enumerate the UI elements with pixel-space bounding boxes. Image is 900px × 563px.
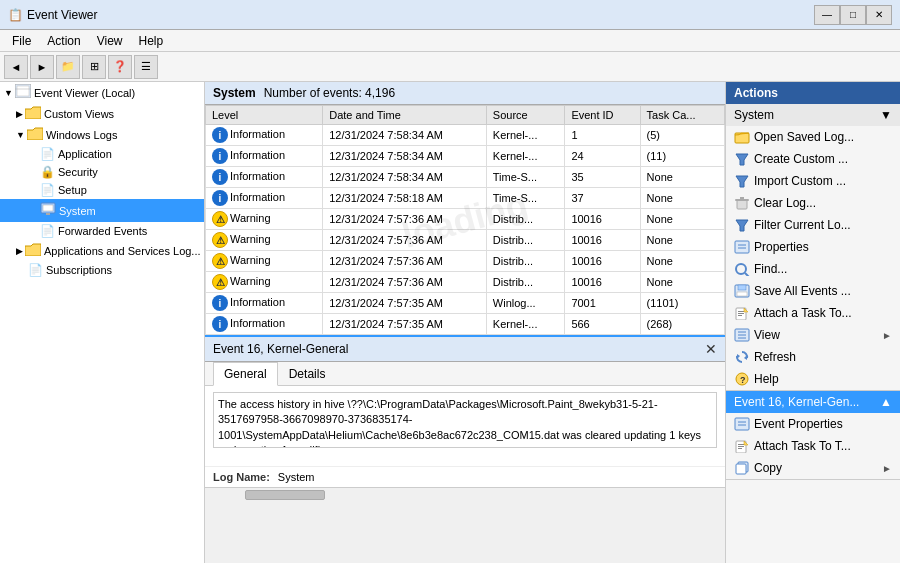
table-row[interactable]: ⚠Warning 12/31/2024 7:57:36 AM Distrib..… bbox=[206, 272, 725, 293]
cell-taskcat: (268) bbox=[640, 314, 724, 335]
cell-eventid: 10016 bbox=[565, 251, 640, 272]
cell-source: Distrib... bbox=[486, 230, 565, 251]
action-item-label: Attach Task To T... bbox=[754, 439, 892, 453]
toolbar-forward[interactable]: ► bbox=[30, 55, 54, 79]
action-item-import-custom----[interactable]: Import Custom ... bbox=[726, 170, 900, 192]
cell-taskcat: (11) bbox=[640, 146, 724, 167]
action-item-view[interactable]: View ► bbox=[726, 324, 900, 346]
tree-label: Custom Views bbox=[44, 108, 114, 120]
table-row[interactable]: iInformation 12/31/2024 7:58:18 AM Time-… bbox=[206, 188, 725, 209]
table-row[interactable]: ⚠Warning 12/31/2024 7:57:36 AM Distrib..… bbox=[206, 230, 725, 251]
tree-item-application[interactable]: 📄Application bbox=[0, 145, 204, 163]
menu-help[interactable]: Help bbox=[131, 32, 172, 50]
cell-source: Kernel-... bbox=[486, 314, 565, 335]
action-item-clear-log---[interactable]: Clear Log... bbox=[726, 192, 900, 214]
cell-source: Time-S... bbox=[486, 167, 565, 188]
table-row[interactable]: iInformation 12/31/2024 7:58:34 AM Kerne… bbox=[206, 146, 725, 167]
minimize-button[interactable]: — bbox=[814, 5, 840, 25]
action-item-help[interactable]: ? Help bbox=[726, 368, 900, 390]
maximize-button[interactable]: □ bbox=[840, 5, 866, 25]
cell-level: ⚠Warning bbox=[206, 272, 323, 293]
action-item-create-custom----[interactable]: Create Custom ... bbox=[726, 148, 900, 170]
col-eventid[interactable]: Event ID bbox=[565, 106, 640, 125]
toolbar-folder[interactable]: 📁 bbox=[56, 55, 80, 79]
svg-marker-11 bbox=[736, 154, 748, 165]
col-taskcat[interactable]: Task Ca... bbox=[640, 106, 724, 125]
event-detail-close-button[interactable]: ✕ bbox=[705, 341, 717, 357]
cell-datetime: 12/31/2024 7:57:36 AM bbox=[323, 230, 487, 251]
menu-file[interactable]: File bbox=[4, 32, 39, 50]
toolbar-help[interactable]: ❓ bbox=[108, 55, 132, 79]
system-header: System Number of events: 4,196 bbox=[205, 82, 725, 105]
tree-item-applications-and-ser[interactable]: ▶Applications and Services Log... bbox=[0, 240, 204, 261]
events-table-container: loading Level Date and Time Source Event… bbox=[205, 105, 725, 335]
cell-eventid: 566 bbox=[565, 314, 640, 335]
svg-rect-43 bbox=[738, 448, 742, 449]
tree-item-custom-views[interactable]: ▶Custom Views bbox=[0, 103, 204, 124]
table-row[interactable]: iInformation 12/31/2024 7:58:34 AM Time-… bbox=[206, 167, 725, 188]
tab-details[interactable]: Details bbox=[278, 362, 337, 386]
table-row[interactable]: iInformation 12/31/2024 7:58:34 AM Kerne… bbox=[206, 125, 725, 146]
action-item-refresh[interactable]: Refresh bbox=[726, 346, 900, 368]
horizontal-scrollbar[interactable] bbox=[205, 487, 725, 501]
action-item-attach-task-to-t---[interactable]: Attach Task To T... bbox=[726, 435, 900, 457]
svg-rect-42 bbox=[738, 446, 744, 447]
tree-icon: 📄 bbox=[40, 224, 55, 238]
action-item-find---[interactable]: Find... bbox=[726, 258, 900, 280]
action-item-label: Filter Current Lo... bbox=[754, 218, 892, 232]
action-item-icon bbox=[734, 195, 750, 211]
col-datetime[interactable]: Date and Time bbox=[323, 106, 487, 125]
action-item-icon: ? bbox=[734, 371, 750, 387]
actions-section-title-1[interactable]: Event 16, Kernel-Gen...▲ bbox=[726, 391, 900, 413]
actions-section-title-0[interactable]: System▼ bbox=[726, 104, 900, 126]
table-row[interactable]: iInformation 12/31/2024 7:57:35 AM Winlo… bbox=[206, 293, 725, 314]
menu-view[interactable]: View bbox=[89, 32, 131, 50]
action-item-label: Attach a Task To... bbox=[754, 306, 892, 320]
col-source[interactable]: Source bbox=[486, 106, 565, 125]
scrollbar-thumb[interactable] bbox=[245, 490, 325, 500]
cell-datetime: 12/31/2024 7:58:34 AM bbox=[323, 167, 487, 188]
tree-label: Windows Logs bbox=[46, 129, 118, 141]
toolbar-list[interactable]: ☰ bbox=[134, 55, 158, 79]
tree-expand-icon: ▼ bbox=[4, 88, 13, 98]
action-item-icon bbox=[734, 305, 750, 321]
toolbar-back[interactable]: ◄ bbox=[4, 55, 28, 79]
event-detail-tabs: General Details bbox=[205, 362, 725, 386]
tree-expand-icon: ▶ bbox=[16, 109, 23, 119]
table-row[interactable]: ⚠Warning 12/31/2024 7:57:36 AM Distrib..… bbox=[206, 209, 725, 230]
svg-rect-6 bbox=[43, 205, 53, 211]
tree-item-subscriptions[interactable]: 📄Subscriptions bbox=[0, 261, 204, 279]
tree-item-setup[interactable]: 📄Setup bbox=[0, 181, 204, 199]
tree-item-windows-logs[interactable]: ▼Windows Logs bbox=[0, 124, 204, 145]
table-row[interactable]: iInformation 12/31/2024 7:57:35 AM Kerne… bbox=[206, 314, 725, 335]
toolbar-grid[interactable]: ⊞ bbox=[82, 55, 106, 79]
tree-item-system[interactable]: System bbox=[0, 199, 204, 222]
action-item-event-properties[interactable]: Event Properties bbox=[726, 413, 900, 435]
action-item-attach-a-task-to---[interactable]: Attach a Task To... bbox=[726, 302, 900, 324]
action-item-open-saved-log---[interactable]: Open Saved Log... bbox=[726, 126, 900, 148]
col-level[interactable]: Level bbox=[206, 106, 323, 125]
tree-item-security[interactable]: 🔒Security bbox=[0, 163, 204, 181]
tab-general[interactable]: General bbox=[213, 362, 278, 386]
cell-eventid: 10016 bbox=[565, 209, 640, 230]
svg-rect-26 bbox=[738, 311, 744, 312]
menu-action[interactable]: Action bbox=[39, 32, 88, 50]
cell-datetime: 12/31/2024 7:57:36 AM bbox=[323, 209, 487, 230]
table-row[interactable]: ⚠Warning 12/31/2024 7:57:36 AM Distrib..… bbox=[206, 251, 725, 272]
tree-item-event-viewer--local-[interactable]: ▼Event Viewer (Local) bbox=[0, 82, 204, 103]
action-item-icon bbox=[734, 129, 750, 145]
collapse-icon: ▲ bbox=[880, 395, 892, 409]
action-item-filter-current-lo---[interactable]: Filter Current Lo... bbox=[726, 214, 900, 236]
info-icon: i bbox=[212, 127, 228, 143]
close-button[interactable]: ✕ bbox=[866, 5, 892, 25]
svg-marker-34 bbox=[737, 354, 740, 359]
action-item-save-all-events----[interactable]: Save All Events ... bbox=[726, 280, 900, 302]
menu-bar: File Action View Help bbox=[0, 30, 900, 52]
svg-rect-45 bbox=[736, 464, 746, 474]
tree-item-forwarded-events[interactable]: 📄Forwarded Events bbox=[0, 222, 204, 240]
event-detail-title: Event 16, Kernel-General bbox=[213, 342, 348, 356]
svg-marker-12 bbox=[736, 176, 748, 187]
action-item-copy[interactable]: Copy ► bbox=[726, 457, 900, 479]
cell-source: Time-S... bbox=[486, 188, 565, 209]
action-item-properties[interactable]: Properties bbox=[726, 236, 900, 258]
